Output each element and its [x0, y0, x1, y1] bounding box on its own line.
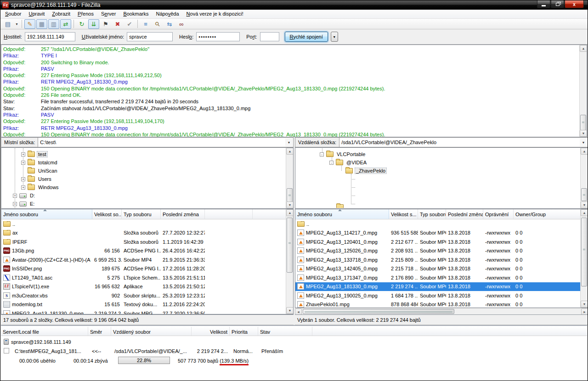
message-log-scrollbar[interactable]: ▲ ▼ — [579, 45, 587, 137]
toggle-remote-tree-button[interactable]: ▥ — [48, 19, 59, 29]
column-header-empty[interactable] — [253, 209, 287, 219]
remote-directory-tree[interactable]: -VLCPortable-@VIDEA+_ZhavePeklo ▲ ▼ — [295, 147, 588, 209]
expand-icon[interactable]: + — [21, 161, 25, 165]
file-row-mpeg2-aug13-125026-0-mpg[interactable]: MPEG2_Aug13_125026_0.mpg2 208 931 ...Sou… — [295, 247, 588, 256]
menu-item-upravit[interactable]: Upravit — [25, 10, 48, 18]
tree-item-vlcportable[interactable]: -VLCPortable — [296, 150, 587, 158]
remote-folder-combo[interactable]: /sda1/VLCPortable/@VIDEA/_ZhavePeklo ▼ — [339, 137, 588, 147]
menu-item-bookmarks[interactable]: Bookmarks — [119, 10, 152, 18]
file-row-ltspiceiv-1-exe[interactable]: LTLTspiceIV(1).exe16 965 632Aplikace13.5… — [1, 282, 293, 291]
menu-item-zobrazit[interactable]: Zobrazit — [48, 10, 74, 18]
column-header-typ-souboru[interactable]: Typ souboru — [122, 209, 161, 219]
expand-icon[interactable]: + — [21, 152, 25, 157]
chevron-down-icon[interactable]: ▼ — [285, 138, 293, 146]
refresh-button[interactable]: ↻ — [76, 19, 87, 29]
toggle-message-log-button[interactable]: ✎ — [24, 19, 35, 29]
menu-item-n-pov-da[interactable]: Nápověda — [152, 10, 182, 18]
collapse-icon[interactable]: - — [320, 152, 324, 157]
scroll-down-icon[interactable]: ▼ — [580, 130, 587, 137]
column-header-typ-souboru[interactable]: Typ souboru — [418, 209, 446, 219]
tree-item-test[interactable]: +test — [2, 150, 293, 158]
file-row-mpeg2-aug13-120401-0-mpg[interactable]: MPEG2_Aug13_120401_0.mpg2 212 677 ...Sou… — [295, 237, 588, 247]
queue-column-header-priorita[interactable]: Priorita — [230, 327, 258, 336]
scroll-down-icon[interactable]: ▼ — [286, 202, 294, 208]
queue-column-header-stav[interactable]: Stav — [258, 327, 312, 336]
file-row-modemlog-txt[interactable]: modemlog.txt15 615Textový doku...11.2.20… — [1, 300, 293, 309]
directory-comparison-button[interactable]: ⚲ — [152, 19, 163, 29]
username-input[interactable]: spravce — [127, 32, 173, 41]
local-tree-scrollbar[interactable]: ▲ ▼ — [286, 148, 293, 208]
tree-item-uniscan[interactable]: +UniScan — [2, 167, 293, 175]
expand-icon[interactable]: + — [21, 177, 25, 181]
site-manager-button[interactable]: ▤ — [2, 19, 13, 29]
scrollbar-thumb[interactable] — [287, 188, 293, 202]
toggle-transfer-queue-button[interactable]: ⇄ — [60, 19, 71, 29]
local-file-list[interactable]: Jméno souboruVelikost so...Typ souboruPo… — [1, 209, 294, 314]
file-row-mpeg2-aug13-181330-0-mpg[interactable]: MPEG2_Aug13_181330_0.mpg2 219 274 2...So… — [1, 309, 293, 314]
expand-icon[interactable]: + — [13, 194, 17, 198]
queue-server-row[interactable]: spravce@192.168.111.149 — [1, 338, 587, 346]
file-row-13gb-png[interactable]: PNG13Gb.png66 156ACDSee PNG I...26.4.201… — [1, 247, 293, 256]
column-header-owner-group[interactable]: Owner/Group — [514, 209, 581, 219]
remote-list-scrollbar[interactable]: ▲ ▼ — [580, 209, 588, 308]
disconnect-button[interactable]: ✖ — [112, 19, 123, 29]
column-header-empty[interactable] — [205, 209, 253, 219]
file-row-mpeg2-aug13-114217-0-mpg[interactable]: MPEG2_Aug13_114217_0.mpg936 515 588Soubo… — [295, 229, 588, 238]
synchronized-browsing-button[interactable]: ⇆ — [164, 19, 175, 29]
queue-file-row[interactable]: C:\test\MPEG2_Aug13_181... <<-- /sda1/VL… — [1, 347, 587, 355]
tree-item-videa[interactable]: -@VIDEA — [296, 158, 587, 167]
queue-item-checkbox[interactable] — [4, 348, 9, 353]
expand-icon[interactable]: + — [21, 185, 25, 190]
tree-item-d[interactable]: +D: — [2, 191, 293, 200]
scroll-up-icon[interactable]: ▲ — [580, 45, 587, 52]
menu-item-nov-verze-je-k-dispozici[interactable]: Nová verze je k dispozici! — [183, 10, 247, 18]
queue-column-header-vzd-len-soubor[interactable]: Vzdálený soubor — [111, 327, 192, 336]
file-row-ax[interactable]: axSložka souborů27.7.2020 12:32:27 — [1, 229, 293, 238]
directory-listing-filters-button[interactable]: ≡ — [140, 19, 151, 29]
column-header-velikost-s[interactable]: Velikost s... — [389, 209, 418, 219]
tree-item-zhavepeklo[interactable]: +_ZhavePeklo — [296, 167, 587, 175]
local-folder-combo[interactable]: C:\test\ ▼ — [38, 137, 294, 147]
column-header-opr-vn-n[interactable]: Oprávnění — [483, 209, 514, 219]
file-row-inssider-png[interactable]: PNGInSSIDer.png189 675ACDSee PNG I...17.… — [1, 264, 293, 274]
host-input[interactable]: 192.168.111.149 — [25, 32, 75, 41]
scroll-up-icon[interactable]: ▲ — [286, 148, 294, 155]
queue-column-header-sm-r[interactable]: Směr — [88, 327, 111, 336]
scroll-left-icon[interactable]: ◄ — [295, 308, 302, 315]
file-row-item[interactable]: .. — [1, 219, 293, 229]
column-header-velikost-so[interactable]: Velikost so... — [92, 209, 122, 219]
scroll-down-icon[interactable]: ▼ — [286, 307, 294, 314]
minimize-button[interactable] — [537, 0, 550, 8]
port-input[interactable] — [260, 32, 279, 41]
file-row-mpeg2-aug13-171347-0-mpg[interactable]: MPEG2_Aug13_171347_0.mpg2 176 890 ...Sou… — [295, 273, 588, 282]
site-manager-dropdown-button[interactable]: ▼ — [14, 19, 20, 29]
file-row-avatar-2009-cz-cz-tit-hd-ak-n[interactable]: Avatar-(2009)-(CZ+CZ-tit.)-(HD)-(Akčn...… — [1, 255, 293, 264]
queue-column-header-velikost[interactable]: Velikost — [192, 327, 230, 336]
find-files-button[interactable]: ∞ — [176, 19, 187, 29]
file-row-mpeg2-aug13-142405-0-mpg[interactable]: MPEG2_Aug13_142405_0.mpg2 215 718 ...Sou… — [295, 264, 588, 274]
menu-item-p-enos[interactable]: Přenos — [74, 10, 97, 18]
cancel-operation-button[interactable]: ⚑ — [100, 19, 111, 29]
local-list-scrollbar[interactable]: ▲ ▼ — [286, 209, 293, 314]
scroll-up-icon[interactable]: ▲ — [581, 148, 588, 155]
quickconnect-button[interactable]: Rychlé spojení — [285, 32, 328, 42]
scrollbar-thumb[interactable] — [303, 309, 454, 314]
file-row-iperf[interactable]: IPERFSložka souborů1.1.2019 16:42:39 — [1, 237, 293, 247]
message-log[interactable]: Odpověď:257 "/sda1/VLCPortable/@VIDEA/_Z… — [1, 45, 587, 137]
scroll-up-icon[interactable]: ▲ — [581, 209, 588, 216]
menu-item-server[interactable]: Server — [97, 10, 119, 18]
scrollbar-thumb[interactable] — [581, 218, 587, 286]
restore-button[interactable] — [551, 0, 564, 8]
tree-item-users[interactable]: +Users — [2, 175, 293, 183]
file-row-zhavepeklo01-mpg[interactable]: ZhavePeklo01.mpg878 868 484Soubor MPG13.… — [295, 300, 588, 308]
collapse-icon[interactable]: - — [329, 161, 334, 165]
tree-item-windows[interactable]: +Windows — [2, 183, 293, 191]
remote-tree-scrollbar[interactable]: ▲ ▼ — [580, 148, 588, 208]
scrollbar-thumb[interactable] — [580, 115, 586, 130]
chevron-down-icon[interactable]: ▼ — [580, 138, 587, 146]
close-button[interactable]: x — [565, 0, 584, 8]
file-row-mpeg2-aug13-190025-0-mpg[interactable]: MPEG2_Aug13_190025_0.mpg1 684 178 ...Sou… — [295, 291, 588, 300]
tree-item-totalcmd[interactable]: +totalcmd — [2, 158, 293, 167]
reconnect-button[interactable]: ✔ — [124, 19, 135, 29]
scroll-up-icon[interactable]: ▲ — [286, 209, 294, 216]
